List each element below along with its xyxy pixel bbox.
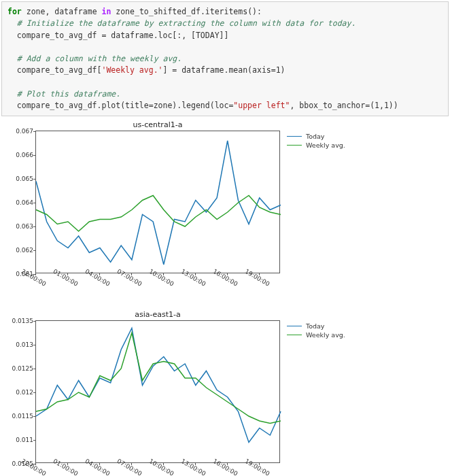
legend-swatch-weekly xyxy=(287,145,302,146)
y-tick-label: 0.0115 xyxy=(3,413,33,420)
chart-legend: Today Weekly avg. xyxy=(287,322,345,340)
legend-swatch-weekly xyxy=(287,335,302,335)
chart-title: us-central1-a xyxy=(35,120,280,129)
x-axis: 22:00:0001:00:0004:00:0007:00:0010:00:00… xyxy=(35,463,280,476)
legend-row-weekly: Weekly avg. xyxy=(287,331,345,339)
chart-title: asia-east1-a xyxy=(35,310,280,319)
series-today xyxy=(36,328,281,443)
y-tick-label: 0.013 xyxy=(3,341,33,348)
y-tick-label: 0.064 xyxy=(3,199,33,206)
chart-us-central1-a: us-central1-a 0.0610.0620.0630.0640.0650… xyxy=(1,120,449,298)
legend-row-today: Today xyxy=(287,322,345,330)
series-weekly-avg- xyxy=(36,196,281,232)
y-tick-label: 0.067 xyxy=(3,128,33,135)
plot-area: 0.0610.0620.0630.0640.0650.0660.067 xyxy=(35,131,280,273)
chart-legend: Today Weekly avg. xyxy=(287,133,345,150)
y-tick-label: 0.011 xyxy=(3,437,33,443)
plot-area: 0.01050.0110.01150.0120.01250.0130.0135 xyxy=(35,320,280,463)
legend-swatch-today xyxy=(287,136,302,137)
legend-row-weekly: Weekly avg. xyxy=(287,141,345,149)
y-tick-label: 0.062 xyxy=(3,247,33,254)
series-weekly-avg- xyxy=(36,333,281,424)
y-tick-label: 0.063 xyxy=(3,223,33,230)
legend-swatch-today xyxy=(287,326,302,326)
x-axis: 22:00:0001:00:0004:00:0007:00:0010:00:00… xyxy=(35,273,280,298)
legend-row-today: Today xyxy=(287,133,345,140)
legend-label-today: Today xyxy=(306,322,324,330)
legend-label-today: Today xyxy=(306,133,324,140)
y-tick-label: 0.065 xyxy=(3,175,33,182)
code-cell: for zone, dataframe in zone_to_shifted_d… xyxy=(1,1,449,116)
y-tick-label: 0.0125 xyxy=(3,365,33,372)
legend-label-weekly: Weekly avg. xyxy=(306,331,345,339)
legend-label-weekly: Weekly avg. xyxy=(306,141,345,149)
series-today xyxy=(36,141,281,265)
y-tick-label: 0.066 xyxy=(3,152,33,158)
y-tick-label: 0.012 xyxy=(3,389,33,396)
chart-asia-east1-a: asia-east1-a 0.01050.0110.01150.0120.012… xyxy=(1,310,449,476)
y-tick-label: 0.0135 xyxy=(3,318,33,324)
